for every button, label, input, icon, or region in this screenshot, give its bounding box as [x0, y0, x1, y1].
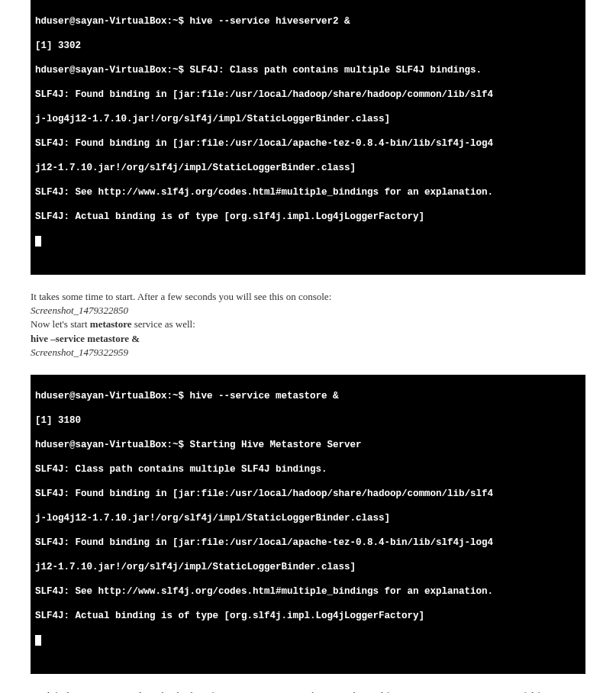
term1-l2: [1] 3302	[35, 40, 581, 52]
p2a: Now let's start	[31, 318, 90, 330]
screenshot-label-1: Screenshot_1479322850	[31, 304, 585, 317]
term1-l4: SLF4J: Found binding in [jar:file:/usr/l…	[35, 89, 581, 101]
body-text-2: By default, Hive comes with Derby databa…	[31, 689, 585, 693]
p-takes-time: It takes some time to start. After a few…	[31, 290, 585, 304]
term2-l6: j-log4j12-1.7.10.jar!/org/slf4j/impl/Sta…	[35, 512, 581, 524]
term1-l3: hduser@sayan-VirtualBox:~$ SLF4J: Class …	[35, 64, 581, 76]
cursor-icon	[35, 236, 41, 247]
term2-l8: j12-1.7.10.jar!/org/slf4j/impl/StaticLog…	[35, 561, 581, 573]
term2-l2: [1] 3180	[35, 414, 581, 427]
term2-l3: hduser@sayan-VirtualBox:~$ Starting Hive…	[35, 439, 581, 451]
term2-l5: SLF4J: Found binding in [jar:file:/usr/l…	[35, 488, 581, 500]
p2b: metastore	[90, 318, 132, 330]
terminal-metastore: hduser@sayan-VirtualBox:~$ hive --servic…	[31, 375, 585, 674]
term1-l9: SLF4J: Actual binding is of type [org.sl…	[35, 211, 581, 223]
cursor-icon	[35, 635, 41, 646]
p-start-metastore: Now let's start metastore service as wel…	[31, 317, 585, 331]
term2-l9: SLF4J: See http://www.slf4j.org/codes.ht…	[35, 585, 581, 598]
term1-l7: j12-1.7.10.jar!/org/slf4j/impl/StaticLog…	[35, 162, 581, 174]
term2-l7: SLF4J: Found binding in [jar:file:/usr/l…	[35, 537, 581, 549]
p2c: service as well:	[131, 318, 195, 330]
cmd-metastore: hive –service metastore &	[31, 332, 585, 346]
terminal-hiveserver2: hduser@sayan-VirtualBox:~$ hive --servic…	[31, 0, 585, 275]
term1-l8: SLF4J: See http://www.slf4j.org/codes.ht…	[35, 186, 581, 198]
body-text-1: It takes some time to start. After a few…	[31, 290, 585, 359]
term1-l6: SLF4J: Found binding in [jar:file:/usr/l…	[35, 137, 581, 150]
screenshot-label-2: Screenshot_1479322959	[31, 346, 585, 359]
term2-l10: SLF4J: Actual binding is of type [org.sl…	[35, 610, 581, 622]
term1-l1: hduser@sayan-VirtualBox:~$ hive --servic…	[35, 15, 581, 27]
term2-l1: hduser@sayan-VirtualBox:~$ hive --servic…	[35, 390, 581, 402]
term1-l5: j-log4j12-1.7.10.jar!/org/slf4j/impl/Sta…	[35, 113, 581, 125]
p-derby: By default, Hive comes with Derby databa…	[31, 689, 585, 693]
term2-l4: SLF4J: Class path contains multiple SLF4…	[35, 463, 581, 475]
